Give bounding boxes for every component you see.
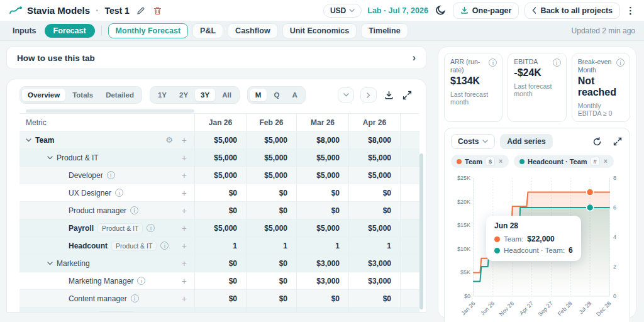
add-row-button[interactable]: + bbox=[182, 135, 187, 145]
info-icon[interactable]: i bbox=[137, 277, 145, 285]
remove-series-icon[interactable]: × bbox=[603, 158, 608, 165]
series-color-dot bbox=[457, 159, 462, 164]
chevron-right-icon: › bbox=[413, 52, 416, 64]
metric-header-label: Metric bbox=[26, 118, 47, 127]
add-row-button[interactable]: + bbox=[182, 258, 187, 269]
tab-inputs[interactable]: Inputs bbox=[9, 24, 40, 38]
left-column: How to use this tab › OverviewTotalsDeta… bbox=[6, 47, 426, 318]
svg-text:Jun 26: Jun 26 bbox=[479, 301, 496, 317]
chart-metric-select[interactable]: Costs bbox=[451, 134, 495, 149]
value-cell-extra bbox=[400, 131, 419, 148]
value-cell: $0 bbox=[348, 184, 400, 201]
reset-chart-button[interactable] bbox=[591, 136, 603, 148]
value-cell: $5,000 bbox=[296, 219, 348, 236]
more-menu-button[interactable]: ⋮ bbox=[626, 5, 635, 16]
info-icon[interactable]: i bbox=[131, 294, 139, 303]
add-row-button[interactable]: + bbox=[182, 206, 187, 216]
add-row-button[interactable]: + bbox=[182, 241, 187, 251]
forecast-table: MetricJan 26Feb 26Mar 26Apr 26Team⚙+$5,0… bbox=[19, 113, 419, 313]
collapse-chevron-icon[interactable] bbox=[26, 138, 31, 142]
svg-text:4: 4 bbox=[613, 234, 616, 240]
tab-monthly-forecast[interactable]: Monthly Forecast bbox=[108, 23, 189, 38]
period-option-q[interactable]: Q bbox=[268, 89, 285, 101]
info-icon[interactable]: i bbox=[107, 171, 115, 179]
info-icon[interactable]: i bbox=[139, 312, 147, 313]
horizontal-scrollbar[interactable] bbox=[26, 109, 194, 113]
info-icon[interactable]: i bbox=[147, 224, 155, 232]
svg-text:6: 6 bbox=[613, 204, 616, 211]
value-cell: $0 bbox=[246, 308, 296, 313]
next-columns-button[interactable] bbox=[360, 87, 377, 103]
svg-text:Feb 28: Feb 28 bbox=[557, 301, 574, 318]
value-cell: $3,000 bbox=[296, 308, 348, 313]
howto-panel[interactable]: How to use this tab › bbox=[6, 47, 426, 69]
tab-timeline[interactable]: Timeline bbox=[361, 23, 408, 38]
add-row-button[interactable]: + bbox=[182, 170, 187, 180]
dark-mode-toggle[interactable] bbox=[434, 4, 447, 17]
svg-text:8: 8 bbox=[613, 175, 616, 181]
info-icon[interactable]: i bbox=[115, 189, 123, 197]
expand-chart-button[interactable] bbox=[612, 136, 623, 147]
value-cell: $0 bbox=[348, 202, 400, 219]
tooltip-value: 6 bbox=[569, 246, 573, 255]
tooltip-value: $22,000 bbox=[527, 235, 554, 243]
info-icon[interactable]: i bbox=[616, 58, 625, 67]
back-to-projects-button[interactable]: Back to all projects bbox=[525, 3, 620, 19]
range-option-2y[interactable]: 2Y bbox=[174, 89, 194, 101]
tab-unit-economics[interactable]: Unit Economics bbox=[282, 23, 357, 38]
collapse-chevron-icon[interactable] bbox=[47, 156, 53, 160]
download-table-button[interactable] bbox=[383, 89, 395, 101]
range-option-1y[interactable]: 1Y bbox=[152, 89, 172, 101]
view-option-totals[interactable]: Totals bbox=[67, 89, 99, 101]
edit-project-button[interactable] bbox=[135, 5, 147, 16]
value-cell-extra bbox=[400, 237, 419, 254]
collapse-chevron-icon[interactable] bbox=[47, 262, 53, 265]
value-cell: $3,000 bbox=[296, 272, 348, 289]
value-cell-extra bbox=[400, 272, 419, 289]
remove-series-icon[interactable]: × bbox=[498, 158, 503, 165]
value-cell: $5,000 bbox=[246, 131, 296, 148]
range-option-all[interactable]: All bbox=[216, 89, 237, 101]
tooltip-label: Headcount · Team: bbox=[504, 247, 565, 254]
delete-project-button[interactable] bbox=[152, 5, 163, 16]
chevron-down-icon bbox=[343, 93, 349, 97]
view-option-overview[interactable]: Overview bbox=[22, 89, 65, 101]
add-row-button[interactable]: + bbox=[182, 276, 187, 286]
settings-gear-icon[interactable]: ⚙ bbox=[165, 135, 173, 145]
row-category-tag: Product & IT bbox=[111, 241, 157, 251]
view-mode-segment: OverviewTotalsDetailed bbox=[19, 86, 142, 104]
collapse-rows-button[interactable] bbox=[338, 87, 354, 103]
period-option-a[interactable]: A bbox=[286, 89, 303, 101]
add-row-button[interactable]: + bbox=[182, 223, 187, 233]
value-cell: $0 bbox=[246, 184, 296, 201]
mode-date-label[interactable]: Lab · Jul 7, 2026 bbox=[367, 6, 428, 15]
kpi-note: Monthly EBITDA ≥ 0 bbox=[578, 102, 624, 117]
value-cell: $5,000 bbox=[348, 149, 400, 166]
view-option-detailed[interactable]: Detailed bbox=[100, 89, 140, 101]
tab-cashflow[interactable]: Cashflow bbox=[228, 23, 278, 38]
legend-chip[interactable]: Headcount · Team#× bbox=[514, 155, 614, 168]
tab-forecast[interactable]: Forecast bbox=[45, 24, 95, 38]
tab-p-l[interactable]: P&L bbox=[192, 23, 223, 38]
add-row-button[interactable]: + bbox=[182, 153, 187, 163]
add-row-button[interactable]: + bbox=[182, 311, 187, 313]
column-header-3: Mar 26 bbox=[296, 114, 348, 131]
chevron-down-icon bbox=[349, 9, 355, 13]
add-row-button[interactable]: + bbox=[182, 294, 187, 304]
currency-select[interactable]: USD bbox=[323, 4, 362, 18]
range-option-3y[interactable]: 3Y bbox=[195, 89, 215, 101]
info-icon[interactable]: i bbox=[130, 206, 138, 214]
kpi-value: $134K bbox=[450, 75, 496, 87]
vertical-scrollbar[interactable] bbox=[419, 153, 423, 309]
info-icon[interactable]: i bbox=[160, 242, 169, 250]
period-option-m[interactable]: M bbox=[250, 89, 267, 101]
row-label: Marketing Manager bbox=[69, 277, 133, 286]
value-cell: $5,000 bbox=[246, 149, 296, 166]
add-row-button[interactable]: + bbox=[182, 188, 187, 198]
one-pager-button[interactable]: One-pager bbox=[453, 3, 519, 19]
info-icon[interactable]: i bbox=[553, 58, 561, 67]
column-header-2: Feb 26 bbox=[246, 114, 296, 131]
legend-chip[interactable]: Team$× bbox=[451, 155, 509, 168]
add-series-button[interactable]: Add series bbox=[500, 134, 552, 149]
expand-table-button[interactable] bbox=[401, 89, 413, 101]
